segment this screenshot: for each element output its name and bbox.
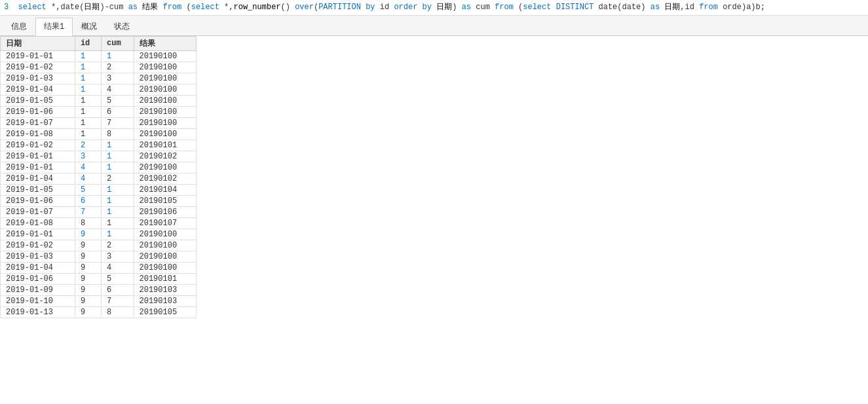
table-cell: 6 xyxy=(102,106,134,117)
table-cell: 5 xyxy=(102,95,134,106)
table-cell: 20190107 xyxy=(134,217,197,229)
tab-status[interactable]: 状态 xyxy=(105,18,138,35)
table-cell: 20190100 xyxy=(134,262,197,273)
table-cell: 2 xyxy=(102,173,134,184)
table-cell: 2 xyxy=(75,139,101,151)
table-cell: 1 xyxy=(102,151,134,162)
table-cell: 2019-01-10 xyxy=(1,295,75,306)
table-cell: 9 xyxy=(75,306,101,318)
table-cell: 20190100 xyxy=(134,95,197,106)
table-row: 2019-01-071720190100 xyxy=(1,117,197,128)
table-row: 2019-01-031320190100 xyxy=(1,73,197,84)
result-table-container[interactable]: 日期 id cum 结果 2019-01-0111201901002019-01… xyxy=(0,36,868,397)
tab-overview[interactable]: 概况 xyxy=(73,18,105,35)
sql-bar: 3 select *,date(日期)-cum as 结果 from (sele… xyxy=(0,0,868,16)
table-cell: 1 xyxy=(75,117,101,128)
table-row: 2019-01-014120190100 xyxy=(1,162,197,173)
table-cell: 2019-01-04 xyxy=(1,173,75,184)
table-cell: 2019-01-04 xyxy=(1,84,75,95)
table-cell: 1 xyxy=(102,50,134,62)
table-row: 2019-01-066120190105 xyxy=(1,195,197,206)
result-table: 日期 id cum 结果 2019-01-0111201901002019-01… xyxy=(0,36,197,318)
sql-text: select *,date(日期)-cum as 结果 from (select… xyxy=(13,3,765,12)
table-header-row: 日期 id cum 结果 xyxy=(1,36,197,50)
table-cell: 20190100 xyxy=(134,251,197,262)
table-cell: 20190100 xyxy=(134,84,197,95)
table-cell: 2019-01-02 xyxy=(1,139,75,151)
table-cell: 1 xyxy=(75,73,101,84)
table-cell: 1 xyxy=(102,184,134,195)
table-cell: 9 xyxy=(75,284,101,295)
table-cell: 2019-01-06 xyxy=(1,195,75,206)
table-cell: 20190100 xyxy=(134,50,197,62)
table-cell: 4 xyxy=(102,262,134,273)
table-cell: 2019-01-02 xyxy=(1,240,75,251)
table-cell: 1 xyxy=(75,106,101,117)
table-cell: 2019-01-01 xyxy=(1,50,75,62)
table-row: 2019-01-039320190100 xyxy=(1,251,197,262)
table-cell: 8 xyxy=(102,128,134,139)
table-row: 2019-01-051520190100 xyxy=(1,95,197,106)
table-cell: 9 xyxy=(75,295,101,306)
col-header-cum: cum xyxy=(102,36,134,50)
tab-bar: 信息 结果1 概况 状态 xyxy=(0,16,868,36)
table-cell: 8 xyxy=(102,306,134,318)
table-cell: 2019-01-01 xyxy=(1,229,75,240)
table-cell: 20190100 xyxy=(134,162,197,173)
table-cell: 9 xyxy=(75,251,101,262)
table-cell: 2019-01-09 xyxy=(1,284,75,295)
table-cell: 9 xyxy=(75,229,101,240)
table-cell: 20190106 xyxy=(134,206,197,217)
table-cell: 1 xyxy=(102,229,134,240)
table-row: 2019-01-022120190101 xyxy=(1,139,197,151)
table-cell: 20190100 xyxy=(134,73,197,84)
table-row: 2019-01-049420190100 xyxy=(1,262,197,273)
table-cell: 3 xyxy=(75,151,101,162)
table-cell: 2019-01-02 xyxy=(1,62,75,73)
table-cell: 4 xyxy=(102,84,134,95)
table-row: 2019-01-139820190105 xyxy=(1,306,197,318)
table-cell: 2 xyxy=(102,62,134,73)
table-cell: 20190100 xyxy=(134,106,197,117)
table-cell: 9 xyxy=(75,262,101,273)
table-cell: 1 xyxy=(75,50,101,62)
table-row: 2019-01-019120190100 xyxy=(1,229,197,240)
table-cell: 1 xyxy=(75,62,101,73)
table-cell: 2019-01-06 xyxy=(1,106,75,117)
table-cell: 20190105 xyxy=(134,195,197,206)
table-cell: 20190100 xyxy=(134,229,197,240)
table-cell: 4 xyxy=(75,162,101,173)
table-cell: 7 xyxy=(102,117,134,128)
table-row: 2019-01-055120190104 xyxy=(1,184,197,195)
table-cell: 2019-01-03 xyxy=(1,73,75,84)
table-cell: 4 xyxy=(75,173,101,184)
table-cell: 6 xyxy=(75,195,101,206)
table-cell: 20190102 xyxy=(134,151,197,162)
table-cell: 2019-01-01 xyxy=(1,151,75,162)
table-row: 2019-01-061620190100 xyxy=(1,106,197,117)
table-cell: 1 xyxy=(75,95,101,106)
table-cell: 2019-01-13 xyxy=(1,306,75,318)
table-row: 2019-01-013120190102 xyxy=(1,151,197,162)
table-cell: 2019-01-01 xyxy=(1,162,75,173)
table-row: 2019-01-044220190102 xyxy=(1,173,197,184)
table-cell: 2019-01-08 xyxy=(1,128,75,139)
table-cell: 20190101 xyxy=(134,273,197,284)
tab-result1[interactable]: 结果1 xyxy=(35,18,73,36)
table-cell: 9 xyxy=(75,273,101,284)
col-header-date: 日期 xyxy=(1,36,75,50)
table-cell: 20190105 xyxy=(134,306,197,318)
table-cell: 7 xyxy=(75,206,101,217)
table-row: 2019-01-088120190107 xyxy=(1,217,197,229)
table-cell: 2019-01-06 xyxy=(1,273,75,284)
table-cell: 2019-01-04 xyxy=(1,262,75,273)
table-row: 2019-01-109720190103 xyxy=(1,295,197,306)
table-cell: 20190102 xyxy=(134,173,197,184)
table-cell: 20190100 xyxy=(134,128,197,139)
table-cell: 20190104 xyxy=(134,184,197,195)
tab-info[interactable]: 信息 xyxy=(3,18,35,35)
sql-lineno: 3 xyxy=(4,3,9,12)
table-cell: 1 xyxy=(102,195,134,206)
table-cell: 2019-01-05 xyxy=(1,184,75,195)
table-cell: 20190101 xyxy=(134,139,197,151)
